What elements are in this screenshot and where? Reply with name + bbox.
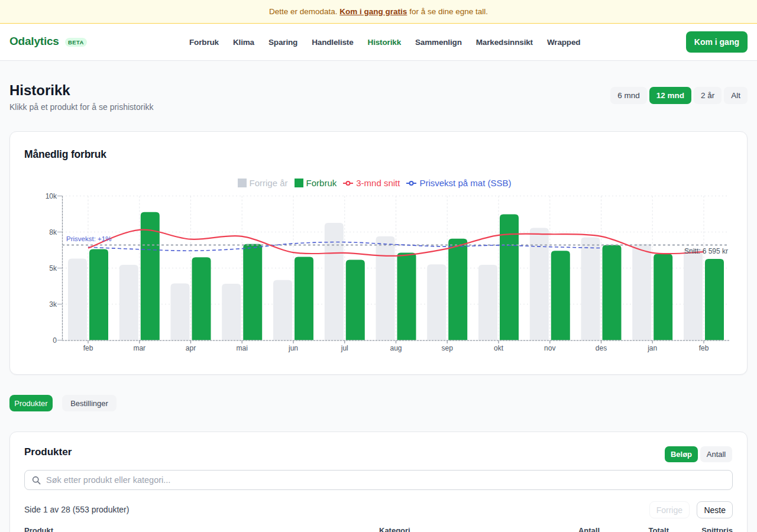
svg-text:3k: 3k: [49, 300, 57, 309]
svg-text:sep: sep: [442, 344, 454, 352]
svg-text:des: des: [596, 344, 607, 352]
svg-text:0: 0: [53, 336, 57, 345]
svg-text:okt: okt: [494, 344, 504, 352]
svg-text:Prisvekst: +1%: Prisvekst: +1%: [66, 235, 111, 242]
svg-text:jun: jun: [288, 344, 298, 352]
svg-text:feb: feb: [83, 344, 93, 352]
svg-text:5k: 5k: [49, 264, 57, 273]
svg-text:jan: jan: [647, 344, 657, 352]
svg-text:jul: jul: [341, 344, 348, 352]
svg-text:Snitt: 6 595 kr: Snitt: 6 595 kr: [684, 247, 728, 255]
svg-text:feb: feb: [699, 344, 709, 352]
svg-text:nov: nov: [544, 344, 555, 352]
svg-text:apr: apr: [186, 344, 196, 352]
svg-text:10k: 10k: [46, 192, 57, 200]
svg-text:8k: 8k: [49, 228, 57, 236]
svg-text:mar: mar: [133, 344, 145, 352]
svg-text:aug: aug: [390, 344, 402, 352]
svg-text:mai: mai: [237, 344, 248, 352]
